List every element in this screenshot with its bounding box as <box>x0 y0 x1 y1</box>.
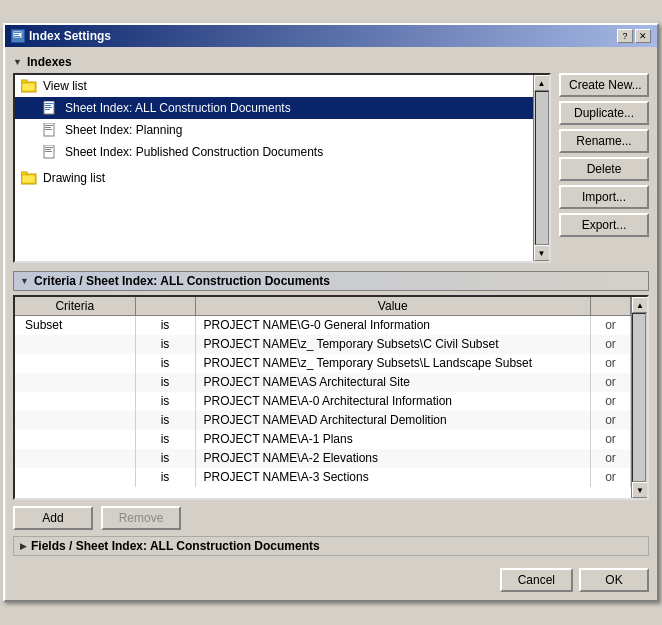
operator-cell: is <box>135 354 195 373</box>
operator-cell: is <box>135 411 195 430</box>
ok-button[interactable]: OK <box>579 568 649 592</box>
index-list-panel: View list She <box>13 73 551 263</box>
list-item[interactable]: Sheet Index: Planning <box>15 119 533 141</box>
svg-rect-13 <box>45 125 53 126</box>
svg-rect-21 <box>21 172 27 175</box>
svg-rect-10 <box>45 107 52 108</box>
cancel-button[interactable]: Cancel <box>500 568 573 592</box>
value-cell: PROJECT NAME\A-1 Plans <box>195 430 591 449</box>
criteria-scroll-track[interactable] <box>632 313 646 482</box>
svg-rect-18 <box>45 149 51 150</box>
svg-rect-14 <box>45 127 51 128</box>
indexes-area: View list She <box>13 73 649 263</box>
index-settings-window: Index Settings ? ✕ ▼ Indexes <box>3 23 659 602</box>
window-icon <box>11 29 25 43</box>
table-row: is PROJECT NAME\A-1 Plans or <box>15 430 631 449</box>
scroll-down-button[interactable]: ▼ <box>534 245 550 261</box>
svg-rect-2 <box>14 34 19 35</box>
value-cell: PROJECT NAME\G-0 General Information <box>195 316 591 335</box>
duplicate-button[interactable]: Duplicate... <box>559 101 649 125</box>
operator-cell: is <box>135 468 195 487</box>
list-item-label: Sheet Index: Planning <box>65 123 182 137</box>
conjunction-cell: or <box>591 468 631 487</box>
criteria-section: ▼ Criteria / Sheet Index: ALL Constructi… <box>13 271 649 530</box>
svg-rect-11 <box>45 109 50 110</box>
criteria-scroll-up[interactable]: ▲ <box>632 297 648 313</box>
value-cell: PROJECT NAME\A-2 Elevations <box>195 449 591 468</box>
criteria-scroll-down[interactable]: ▼ <box>632 482 648 498</box>
operator-cell: is <box>135 335 195 354</box>
window-title: Index Settings <box>29 29 111 43</box>
title-bar-buttons: ? ✕ <box>617 29 651 43</box>
sheet-icon <box>43 100 59 116</box>
indexes-collapse-arrow[interactable]: ▼ <box>13 57 23 67</box>
criteria-cell: Subset <box>15 316 135 335</box>
value-cell: PROJECT NAME\z_ Temporary Subsets\L Land… <box>195 354 591 373</box>
scroll-track[interactable] <box>535 91 549 245</box>
add-button[interactable]: Add <box>13 506 93 530</box>
value-cell: PROJECT NAME\A-0 Architectural Informati… <box>195 392 591 411</box>
criteria-collapse-arrow[interactable]: ▼ <box>20 276 30 286</box>
scroll-up-button[interactable]: ▲ <box>534 75 550 91</box>
value-cell: PROJECT NAME\AD Architectural Demolition <box>195 411 591 430</box>
delete-button[interactable]: Delete <box>559 157 649 181</box>
list-item[interactable]: Sheet Index: ALL Construction Documents <box>15 97 533 119</box>
svg-rect-17 <box>45 147 53 148</box>
fields-section: ▶ Fields / Sheet Index: ALL Construction… <box>13 536 649 556</box>
conjunction-cell: or <box>591 411 631 430</box>
remove-button[interactable]: Remove <box>101 506 181 530</box>
conjunction-cell: or <box>591 392 631 411</box>
list-item-label: Drawing list <box>43 171 105 185</box>
value-col-header: Value <box>195 297 591 316</box>
criteria-table-wrapper: Criteria Value Subset is PROJECT NAME\G-… <box>13 295 649 500</box>
list-scrollbar[interactable]: ▲ ▼ <box>533 75 549 261</box>
rename-button[interactable]: Rename... <box>559 129 649 153</box>
criteria-header: ▼ Criteria / Sheet Index: ALL Constructi… <box>13 271 649 291</box>
import-button[interactable]: Import... <box>559 185 649 209</box>
svg-rect-15 <box>45 129 52 130</box>
sheet-icon <box>43 144 59 160</box>
indexes-section-label: Indexes <box>27 55 72 69</box>
fields-section-label: Fields / Sheet Index: ALL Construction D… <box>31 539 320 553</box>
value-cell: PROJECT NAME\A-3 Sections <box>195 468 591 487</box>
operator-cell: is <box>135 430 195 449</box>
operator-cell: is <box>135 392 195 411</box>
table-row: is PROJECT NAME\A-2 Elevations or <box>15 449 631 468</box>
table-row: is PROJECT NAME\z_ Temporary Subsets\C C… <box>15 335 631 354</box>
svg-rect-1 <box>14 32 21 33</box>
list-item[interactable]: Sheet Index: Published Construction Docu… <box>15 141 533 163</box>
list-item-label: Sheet Index: ALL Construction Documents <box>65 101 291 115</box>
table-row: is PROJECT NAME\AS Architectural Site or <box>15 373 631 392</box>
list-item-label: View list <box>43 79 87 93</box>
help-button[interactable]: ? <box>617 29 633 43</box>
conjunction-cell: or <box>591 430 631 449</box>
svg-rect-22 <box>22 175 35 183</box>
title-bar-left: Index Settings <box>11 29 111 43</box>
list-item[interactable]: View list <box>15 75 533 97</box>
operator-cell: is <box>135 449 195 468</box>
criteria-table-scrollbar[interactable]: ▲ ▼ <box>631 297 647 498</box>
fields-expand-arrow[interactable]: ▶ <box>20 541 27 551</box>
sheet-icon <box>43 122 59 138</box>
criteria-table-content: Criteria Value Subset is PROJECT NAME\G-… <box>15 297 631 498</box>
create-new-button[interactable]: Create New... <box>559 73 649 97</box>
list-item[interactable]: Drawing list <box>15 167 533 189</box>
table-row: is PROJECT NAME\AD Architectural Demolit… <box>15 411 631 430</box>
index-action-buttons: Create New... Duplicate... Rename... Del… <box>559 73 649 263</box>
table-row: is PROJECT NAME\z_ Temporary Subsets\L L… <box>15 354 631 373</box>
conjunction-cell: or <box>591 335 631 354</box>
folder-icon <box>21 78 37 94</box>
value-cell: PROJECT NAME\z_ Temporary Subsets\C Civi… <box>195 335 591 354</box>
criteria-table: Criteria Value Subset is PROJECT NAME\G-… <box>15 297 631 487</box>
export-button[interactable]: Export... <box>559 213 649 237</box>
conjunction-cell: or <box>591 316 631 335</box>
criteria-cell <box>15 335 135 354</box>
add-remove-row: Add Remove <box>13 506 649 530</box>
close-button[interactable]: ✕ <box>635 29 651 43</box>
table-row: is PROJECT NAME\A-0 Architectural Inform… <box>15 392 631 411</box>
svg-rect-6 <box>22 83 35 91</box>
criteria-cell <box>15 430 135 449</box>
bottom-buttons: Cancel OK <box>13 564 649 592</box>
indexes-section-header: ▼ Indexes <box>13 55 649 69</box>
window-body: ▼ Indexes View <box>5 47 657 600</box>
